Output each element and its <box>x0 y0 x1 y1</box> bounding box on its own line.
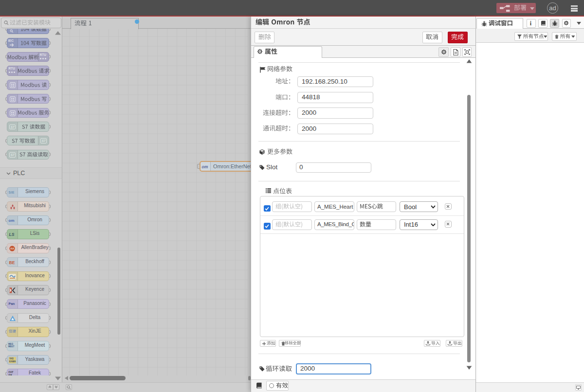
svg-text:AA: AA <box>10 247 14 250</box>
